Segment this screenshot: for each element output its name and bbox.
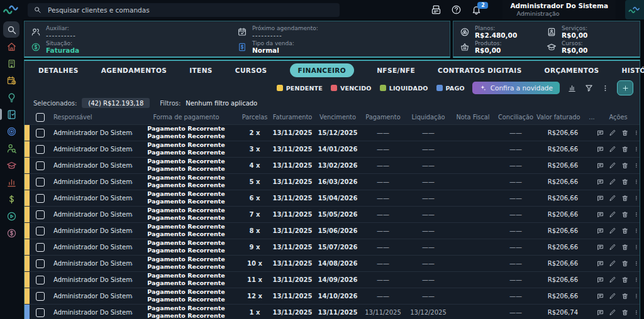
trash-icon[interactable] (621, 227, 628, 235)
pencil-icon[interactable] (609, 129, 616, 137)
row-kebab-icon[interactable] (633, 293, 640, 300)
trash-icon[interactable] (621, 259, 628, 268)
pencil-icon[interactable] (609, 145, 616, 153)
chat-icon[interactable] (597, 243, 604, 251)
header-responsavel[interactable]: Responsável (51, 114, 133, 121)
sidebar-item[interactable] (3, 140, 19, 156)
tab[interactable]: ITENS (189, 67, 213, 74)
sidebar-item[interactable] (3, 21, 19, 38)
trash-icon[interactable] (621, 145, 628, 153)
row-checkbox[interactable] (36, 259, 45, 268)
tab[interactable]: FINANCEIRO (290, 63, 355, 77)
chat-icon[interactable] (597, 145, 604, 153)
tab[interactable]: CONTRATOS DIGITAIS (438, 67, 522, 74)
help-icon[interactable] (451, 4, 462, 15)
pencil-icon[interactable] (609, 259, 616, 268)
tab[interactable]: ORÇAMENTOS (545, 67, 599, 74)
row-checkbox[interactable] (36, 161, 45, 170)
header-parcelas[interactable]: Parcelas (240, 114, 270, 121)
select-all-checkbox[interactable] (36, 113, 45, 122)
row-checkbox[interactable] (36, 227, 45, 235)
row-checkbox[interactable] (36, 292, 45, 301)
row-checkbox[interactable] (36, 129, 45, 138)
trash-icon[interactable] (621, 161, 628, 170)
row-kebab-icon[interactable] (633, 227, 640, 234)
sidebar-item[interactable] (3, 174, 19, 190)
header-pagamento[interactable]: Pagamento (360, 114, 406, 121)
tab[interactable]: HISTÓRICOS (622, 67, 644, 74)
trash-icon[interactable] (621, 194, 628, 202)
chat-icon[interactable] (597, 210, 604, 219)
row-checkbox[interactable] (36, 145, 45, 154)
chat-icon[interactable] (597, 227, 604, 235)
filter-icon[interactable] (584, 84, 594, 93)
chat-icon[interactable] (597, 308, 604, 316)
pencil-icon[interactable] (609, 276, 616, 284)
chat-icon[interactable] (597, 178, 604, 186)
header-nota-fiscal[interactable]: Nota Fiscal (451, 114, 495, 121)
chat-icon[interactable] (597, 276, 604, 284)
row-kebab-icon[interactable] (633, 260, 640, 267)
row-kebab-icon[interactable] (633, 309, 640, 316)
sidebar-item[interactable] (3, 225, 19, 241)
pencil-icon[interactable] (609, 194, 616, 202)
header-valor-faturado[interactable]: Valor faturado (536, 114, 587, 121)
chat-icon[interactable] (597, 194, 604, 202)
row-checkbox[interactable] (36, 243, 45, 252)
report-chart-icon[interactable] (567, 84, 577, 93)
row-kebab-icon[interactable] (633, 162, 640, 169)
sidebar-item[interactable] (3, 208, 19, 224)
avatar[interactable] (625, 0, 644, 19)
pencil-icon[interactable] (609, 227, 616, 235)
row-kebab-icon[interactable] (633, 244, 640, 251)
sidebar-item[interactable] (3, 157, 19, 173)
chat-icon[interactable] (597, 161, 604, 170)
pencil-icon[interactable] (609, 178, 616, 186)
tab[interactable]: AGENDAMENTOS (101, 67, 167, 74)
chat-icon[interactable] (597, 129, 604, 137)
tab[interactable]: NFSE/NFE (377, 67, 415, 74)
header-extra[interactable]: ... (587, 114, 597, 121)
header-forma-pagamento[interactable]: Forma de pagamento (133, 114, 240, 121)
selection-total[interactable]: (42) R$12.193,18 (82, 98, 150, 108)
search-box[interactable] (28, 3, 340, 17)
sidebar-item[interactable] (3, 191, 19, 207)
row-kebab-icon[interactable] (633, 276, 640, 283)
sidebar-item[interactable] (3, 106, 19, 122)
trash-icon[interactable] (621, 210, 628, 219)
row-kebab-icon[interactable] (633, 178, 640, 185)
chat-icon[interactable] (597, 259, 604, 268)
row-kebab-icon[interactable] (633, 211, 640, 218)
novidade-button[interactable]: Confira a novidade (472, 82, 560, 94)
sidebar-item[interactable] (3, 123, 19, 139)
header-conciliacao[interactable]: Conciliação (495, 114, 536, 121)
tab[interactable]: CURSOS (235, 67, 267, 74)
row-kebab-icon[interactable] (633, 195, 640, 202)
sidebar-item[interactable] (3, 72, 19, 89)
row-kebab-icon[interactable] (633, 146, 640, 153)
header-vencimento[interactable]: Vencimento (315, 114, 360, 121)
trash-icon[interactable] (621, 276, 628, 284)
pos-terminal-icon[interactable] (431, 4, 441, 15)
search-input[interactable] (47, 6, 334, 14)
trash-icon[interactable] (621, 308, 628, 316)
user-menu[interactable]: Administrador Do Sistema Administração (502, 0, 616, 19)
row-kebab-icon[interactable] (633, 129, 640, 136)
pencil-icon[interactable] (609, 243, 616, 251)
row-checkbox[interactable] (36, 276, 45, 284)
pencil-icon[interactable] (609, 292, 616, 300)
pencil-icon[interactable] (609, 210, 616, 219)
chat-icon[interactable] (597, 292, 604, 300)
trash-icon[interactable] (621, 243, 628, 251)
row-checkbox[interactable] (36, 194, 45, 203)
header-liquidacao[interactable]: Liquidação (406, 114, 451, 121)
tab[interactable]: DETALHES (38, 67, 79, 74)
sidebar-item[interactable] (3, 38, 19, 55)
sidebar-item[interactable] (3, 55, 19, 72)
add-button[interactable] (617, 80, 633, 95)
trash-icon[interactable] (621, 129, 628, 137)
header-faturamento[interactable]: Faturamento (270, 114, 315, 121)
more-options-icon[interactable] (601, 84, 609, 92)
pencil-icon[interactable] (609, 161, 616, 170)
trash-icon[interactable] (621, 292, 628, 300)
